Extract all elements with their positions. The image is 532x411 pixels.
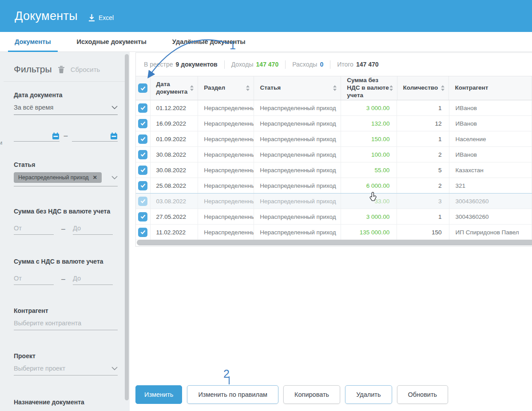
table-row[interactable]: 03.08.2022Нераспределенный приходНераспр… [136, 194, 532, 209]
cell-date: 25.08.2022 [151, 178, 199, 193]
column-label: Сумма без НДС в валюте учета [347, 77, 389, 99]
calendar-icon[interactable] [110, 132, 118, 140]
summary-expenses: Расходы0 [292, 61, 323, 68]
cell-counterparty: ИВанов [449, 147, 532, 162]
table-row[interactable]: 25.08.2022Нераспределенный приходНераспр… [136, 178, 532, 194]
chip-remove-icon[interactable]: ✕ [93, 174, 97, 181]
sort-icon[interactable] [190, 85, 194, 91]
edit-button[interactable]: Изменить [135, 385, 182, 404]
row-checkbox[interactable] [138, 103, 147, 113]
date-to-input[interactable] [72, 132, 118, 142]
project-select[interactable]: Выберите проект [14, 365, 118, 375]
table-row[interactable]: 30.08.2022Нераспределенный приходНераспр… [136, 162, 532, 178]
article-select[interactable]: Нераспределенный приход ✕ [14, 172, 118, 186]
horizontal-scrollbar[interactable] [137, 240, 532, 245]
table-row[interactable]: 01.09.2022Нераспределенный приходНераспр… [136, 131, 532, 147]
date-preset-select[interactable]: За всё время [14, 104, 118, 115]
cell-date: 16.09.2022 [151, 116, 199, 131]
cell-qty: 12 [397, 116, 449, 131]
table-row[interactable]: 16.09.2022Нераспределенный приходНераспр… [136, 116, 532, 131]
chevron-down-icon [111, 367, 118, 370]
date-from-input[interactable] [14, 132, 60, 142]
range-dash: – [61, 225, 65, 235]
tab-deleted-documents[interactable]: Удалённые документы [166, 32, 252, 51]
amount-without-vat-to-input[interactable]: До [73, 225, 113, 235]
delete-button[interactable]: Удалить [345, 385, 392, 404]
copy-button[interactable]: Копировать [283, 385, 340, 404]
article-label: Статья [14, 161, 118, 168]
column-header-article[interactable]: Статья [254, 76, 341, 100]
cell-counterparty: Население [449, 131, 532, 146]
cell-section: Нераспределенный приход [198, 162, 254, 178]
row-checkbox[interactable] [138, 166, 147, 175]
top-header: Документы Excel [0, 0, 532, 32]
cell-section: Нераспределенный приход [198, 178, 254, 193]
page-title: Документы [15, 9, 78, 23]
row-checkbox-cell [136, 194, 151, 209]
summary-income: Доходы147 470 [231, 61, 278, 68]
summary-total: Итого147 470 [337, 61, 378, 68]
column-header-amount[interactable]: Сумма без НДС в валюте учета [341, 76, 397, 100]
refresh-button[interactable]: Обновить [397, 385, 449, 404]
table-row[interactable]: 30.08.2022Нераспределенный приходНераспр… [136, 147, 532, 162]
cell-article: Нераспределенный приход [254, 178, 341, 193]
table-row[interactable]: 27.05.2022Нераспределенный приходНераспр… [136, 209, 532, 225]
annotation-step-2: 2 [223, 368, 230, 380]
row-checkbox[interactable] [138, 181, 147, 190]
trash-icon[interactable] [57, 65, 65, 74]
sort-icon[interactable] [389, 85, 393, 91]
filters-scrollbar[interactable] [125, 54, 129, 400]
row-checkbox[interactable] [138, 119, 147, 128]
amount-with-vat-to-input[interactable]: До [73, 275, 113, 285]
row-checkbox-cell [136, 131, 151, 146]
cell-counterparty: ИВанов [449, 116, 532, 131]
column-header-qty[interactable]: Количество [397, 76, 449, 100]
cell-section: Нераспределенный приход [198, 209, 254, 224]
chevron-down-icon [111, 106, 118, 109]
amount-with-vat-from-input[interactable]: От [14, 275, 54, 285]
row-checkbox[interactable] [138, 134, 147, 144]
table-row[interactable]: 11.02.2022Нераспределенный приходНераспр… [136, 225, 532, 240]
row-checkbox-cell [136, 162, 151, 178]
edit-by-rules-button[interactable]: Изменить по правилам [187, 385, 278, 404]
sort-icon[interactable] [333, 85, 337, 91]
amount-with-vat-label: Сумма с НДС в валюте учета [14, 258, 118, 265]
table-row[interactable]: 01.12.2022Нераспределенный приходНераспр… [136, 100, 532, 116]
cell-qty: 3 [397, 194, 449, 209]
sort-icon[interactable] [441, 85, 445, 91]
tab-source-documents[interactable]: Исходные документы [70, 32, 153, 51]
sort-icon[interactable] [246, 85, 250, 91]
cell-amount: 55.00 [341, 162, 397, 178]
column-label: Контрагент [455, 84, 488, 92]
row-checkbox[interactable] [138, 228, 147, 237]
date-range-dash: – [64, 132, 68, 142]
column-header-section[interactable]: Раздел [198, 76, 254, 100]
cell-article: Нераспределенный приход [254, 194, 341, 209]
row-checkbox[interactable] [138, 212, 147, 221]
export-excel-button[interactable]: Excel [88, 14, 114, 22]
filters-panel: Фильтры Сбросить Дата документа За всё в… [0, 52, 130, 411]
column-label: Дата документа [156, 81, 191, 96]
cell-qty: 1 [397, 209, 449, 224]
cell-amount: 100.00 [341, 147, 397, 162]
row-checkbox[interactable] [138, 197, 147, 206]
row-checkbox[interactable] [138, 150, 147, 159]
excel-label: Excel [99, 14, 114, 21]
reset-filters-button[interactable]: Сбросить [71, 66, 100, 73]
column-header-date[interactable]: Дата документа [151, 76, 199, 100]
table-body: 01.12.2022Нераспределенный приходНераспр… [136, 100, 532, 240]
amount-without-vat-from-input[interactable]: От [14, 225, 54, 235]
tab-bar: ДокументыИсходные документыУдалённые док… [0, 32, 532, 52]
cell-amount: 3 000.00 [341, 209, 397, 224]
project-label: Проект [14, 352, 118, 360]
calendar-icon[interactable] [52, 132, 60, 140]
row-checkbox-cell [136, 100, 151, 115]
cell-qty: 1 [397, 100, 449, 115]
cell-amount: 132.00 [341, 116, 397, 131]
column-label: Раздел [204, 84, 225, 92]
tab-documents[interactable]: Документы [8, 32, 58, 51]
cell-article: Нераспределенный приход [254, 209, 341, 224]
cell-counterparty: 3004360260 [449, 194, 532, 209]
counterparty-input[interactable]: Выберите контрагента [14, 320, 118, 330]
select-all-checkbox[interactable] [138, 83, 147, 93]
